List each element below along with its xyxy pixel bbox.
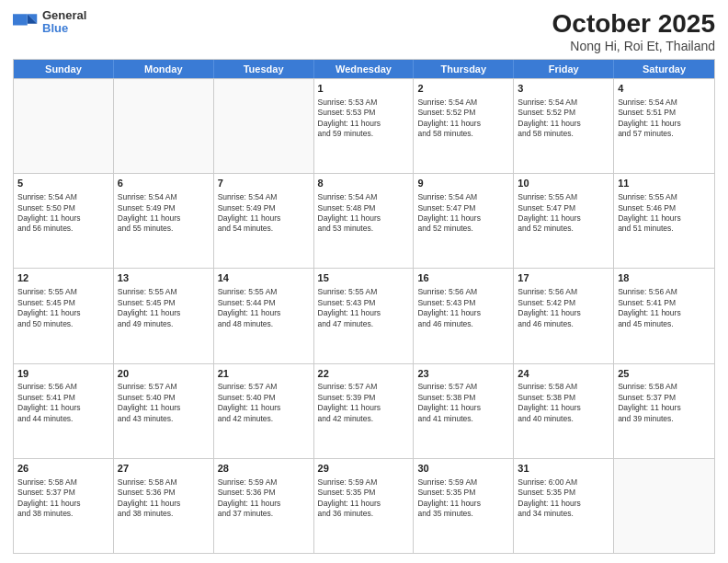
day-info: Sunrise: 5:54 AM Sunset: 5:52 PM Dayligh… bbox=[417, 98, 509, 140]
day-number: 18 bbox=[618, 271, 711, 285]
day-number: 26 bbox=[17, 462, 109, 476]
calendar-cell: 9Sunrise: 5:54 AM Sunset: 5:47 PM Daylig… bbox=[414, 174, 514, 268]
day-info: Sunrise: 5:54 AM Sunset: 5:52 PM Dayligh… bbox=[518, 98, 609, 140]
day-info: Sunrise: 5:55 AM Sunset: 5:45 PM Dayligh… bbox=[118, 287, 210, 329]
day-info: Sunrise: 5:54 AM Sunset: 5:48 PM Dayligh… bbox=[318, 192, 410, 235]
day-info: Sunrise: 5:53 AM Sunset: 5:53 PM Dayligh… bbox=[318, 98, 410, 140]
calendar-cell: 20Sunrise: 5:57 AM Sunset: 5:40 PM Dayli… bbox=[114, 364, 214, 458]
weekday-header: Sunday bbox=[14, 60, 114, 78]
day-info: Sunrise: 5:59 AM Sunset: 5:35 PM Dayligh… bbox=[318, 477, 410, 520]
calendar-cell bbox=[114, 79, 214, 173]
day-info: Sunrise: 5:58 AM Sunset: 5:37 PM Dayligh… bbox=[17, 477, 109, 520]
day-info: Sunrise: 5:59 AM Sunset: 5:36 PM Dayligh… bbox=[218, 477, 310, 520]
weekday-header: Saturday bbox=[614, 60, 714, 78]
calendar-cell: 31Sunrise: 6:00 AM Sunset: 5:35 PM Dayli… bbox=[514, 459, 614, 553]
day-info: Sunrise: 5:56 AM Sunset: 5:41 PM Dayligh… bbox=[618, 287, 711, 329]
day-info: Sunrise: 5:57 AM Sunset: 5:38 PM Dayligh… bbox=[417, 382, 509, 424]
calendar: SundayMondayTuesdayWednesdayThursdayFrid… bbox=[13, 59, 715, 554]
day-info: Sunrise: 5:58 AM Sunset: 5:37 PM Dayligh… bbox=[618, 382, 711, 424]
day-number: 13 bbox=[118, 271, 210, 285]
day-number: 12 bbox=[17, 271, 109, 285]
calendar-cell: 5Sunrise: 5:54 AM Sunset: 5:50 PM Daylig… bbox=[14, 174, 114, 268]
calendar-cell: 23Sunrise: 5:57 AM Sunset: 5:38 PM Dayli… bbox=[414, 364, 514, 458]
day-number: 1 bbox=[318, 82, 410, 96]
day-number: 10 bbox=[518, 177, 609, 190]
calendar-cell: 6Sunrise: 5:54 AM Sunset: 5:49 PM Daylig… bbox=[114, 174, 214, 268]
day-number: 28 bbox=[218, 462, 310, 476]
day-info: Sunrise: 5:57 AM Sunset: 5:40 PM Dayligh… bbox=[118, 382, 210, 424]
day-info: Sunrise: 6:00 AM Sunset: 5:35 PM Dayligh… bbox=[518, 477, 609, 520]
logo-general: General bbox=[42, 9, 86, 22]
day-number: 4 bbox=[618, 82, 711, 96]
day-info: Sunrise: 5:55 AM Sunset: 5:46 PM Dayligh… bbox=[618, 192, 711, 235]
calendar-cell: 15Sunrise: 5:55 AM Sunset: 5:43 PM Dayli… bbox=[314, 269, 415, 362]
logo-icon bbox=[13, 9, 39, 35]
header: General Blue October 2025 Nong Hi, Roi E… bbox=[13, 9, 715, 53]
calendar-cell: 4Sunrise: 5:54 AM Sunset: 5:51 PM Daylig… bbox=[614, 79, 714, 173]
calendar-cell bbox=[14, 79, 114, 173]
day-info: Sunrise: 5:57 AM Sunset: 5:40 PM Dayligh… bbox=[218, 382, 310, 424]
day-info: Sunrise: 5:56 AM Sunset: 5:41 PM Dayligh… bbox=[17, 382, 109, 424]
calendar-cell bbox=[614, 459, 714, 553]
day-number: 30 bbox=[417, 462, 509, 476]
calendar-week: 19Sunrise: 5:56 AM Sunset: 5:41 PM Dayli… bbox=[14, 363, 714, 458]
weekday-header: Thursday bbox=[414, 60, 514, 78]
calendar-cell: 24Sunrise: 5:58 AM Sunset: 5:38 PM Dayli… bbox=[514, 364, 614, 458]
day-number: 9 bbox=[417, 177, 509, 190]
day-number: 22 bbox=[318, 367, 410, 381]
calendar-cell: 17Sunrise: 5:56 AM Sunset: 5:42 PM Dayli… bbox=[514, 269, 614, 362]
day-number: 8 bbox=[318, 177, 410, 190]
calendar-cell: 30Sunrise: 5:59 AM Sunset: 5:35 PM Dayli… bbox=[414, 459, 514, 553]
day-number: 3 bbox=[518, 82, 609, 96]
calendar-cell: 21Sunrise: 5:57 AM Sunset: 5:40 PM Dayli… bbox=[214, 364, 314, 458]
logo-blue: Blue bbox=[42, 22, 86, 35]
calendar-week: 1Sunrise: 5:53 AM Sunset: 5:53 PM Daylig… bbox=[14, 78, 714, 173]
calendar-cell: 2Sunrise: 5:54 AM Sunset: 5:52 PM Daylig… bbox=[414, 79, 514, 173]
day-number: 7 bbox=[218, 177, 310, 190]
day-number: 5 bbox=[17, 177, 109, 190]
calendar-cell: 10Sunrise: 5:55 AM Sunset: 5:47 PM Dayli… bbox=[514, 174, 614, 268]
calendar-cell: 11Sunrise: 5:55 AM Sunset: 5:46 PM Dayli… bbox=[614, 174, 714, 268]
page: General Blue October 2025 Nong Hi, Roi E… bbox=[0, 0, 728, 563]
day-info: Sunrise: 5:58 AM Sunset: 5:36 PM Dayligh… bbox=[118, 477, 210, 520]
weekday-header: Monday bbox=[114, 60, 214, 78]
calendar-subtitle: Nong Hi, Roi Et, Thailand bbox=[552, 39, 715, 53]
calendar-cell bbox=[214, 79, 314, 173]
day-info: Sunrise: 5:55 AM Sunset: 5:43 PM Dayligh… bbox=[318, 287, 410, 329]
weekday-header: Tuesday bbox=[214, 60, 314, 78]
day-number: 17 bbox=[518, 271, 609, 285]
day-number: 11 bbox=[618, 177, 711, 190]
calendar-cell: 27Sunrise: 5:58 AM Sunset: 5:36 PM Dayli… bbox=[114, 459, 214, 553]
calendar-cell: 3Sunrise: 5:54 AM Sunset: 5:52 PM Daylig… bbox=[514, 79, 614, 173]
day-info: Sunrise: 5:56 AM Sunset: 5:42 PM Dayligh… bbox=[518, 287, 609, 329]
calendar-cell: 8Sunrise: 5:54 AM Sunset: 5:48 PM Daylig… bbox=[314, 174, 415, 268]
day-info: Sunrise: 5:57 AM Sunset: 5:39 PM Dayligh… bbox=[318, 382, 410, 424]
weekday-header: Friday bbox=[514, 60, 614, 78]
calendar-cell: 29Sunrise: 5:59 AM Sunset: 5:35 PM Dayli… bbox=[314, 459, 415, 553]
calendar-week: 12Sunrise: 5:55 AM Sunset: 5:45 PM Dayli… bbox=[14, 268, 714, 362]
day-info: Sunrise: 5:56 AM Sunset: 5:43 PM Dayligh… bbox=[417, 287, 509, 329]
calendar-cell: 1Sunrise: 5:53 AM Sunset: 5:53 PM Daylig… bbox=[314, 79, 415, 173]
calendar-header: SundayMondayTuesdayWednesdayThursdayFrid… bbox=[14, 60, 714, 78]
calendar-cell: 19Sunrise: 5:56 AM Sunset: 5:41 PM Dayli… bbox=[14, 364, 114, 458]
calendar-cell: 13Sunrise: 5:55 AM Sunset: 5:45 PM Dayli… bbox=[114, 269, 214, 362]
day-info: Sunrise: 5:54 AM Sunset: 5:49 PM Dayligh… bbox=[118, 192, 210, 235]
day-number: 21 bbox=[218, 367, 310, 381]
day-number: 6 bbox=[118, 177, 210, 190]
calendar-cell: 25Sunrise: 5:58 AM Sunset: 5:37 PM Dayli… bbox=[614, 364, 714, 458]
day-number: 16 bbox=[417, 271, 509, 285]
day-info: Sunrise: 5:54 AM Sunset: 5:50 PM Dayligh… bbox=[17, 192, 109, 235]
day-number: 23 bbox=[417, 367, 509, 381]
day-info: Sunrise: 5:55 AM Sunset: 5:44 PM Dayligh… bbox=[218, 287, 310, 329]
calendar-week: 5Sunrise: 5:54 AM Sunset: 5:50 PM Daylig… bbox=[14, 173, 714, 268]
day-number: 19 bbox=[17, 367, 109, 381]
weekday-header: Wednesday bbox=[314, 60, 415, 78]
calendar-cell: 16Sunrise: 5:56 AM Sunset: 5:43 PM Dayli… bbox=[414, 269, 514, 362]
day-number: 14 bbox=[218, 271, 310, 285]
calendar-cell: 26Sunrise: 5:58 AM Sunset: 5:37 PM Dayli… bbox=[14, 459, 114, 553]
calendar-cell: 14Sunrise: 5:55 AM Sunset: 5:44 PM Dayli… bbox=[214, 269, 314, 362]
day-info: Sunrise: 5:58 AM Sunset: 5:38 PM Dayligh… bbox=[518, 382, 609, 424]
day-number: 2 bbox=[417, 82, 509, 96]
calendar-cell: 22Sunrise: 5:57 AM Sunset: 5:39 PM Dayli… bbox=[314, 364, 415, 458]
title-block: October 2025 Nong Hi, Roi Et, Thailand bbox=[552, 9, 715, 53]
